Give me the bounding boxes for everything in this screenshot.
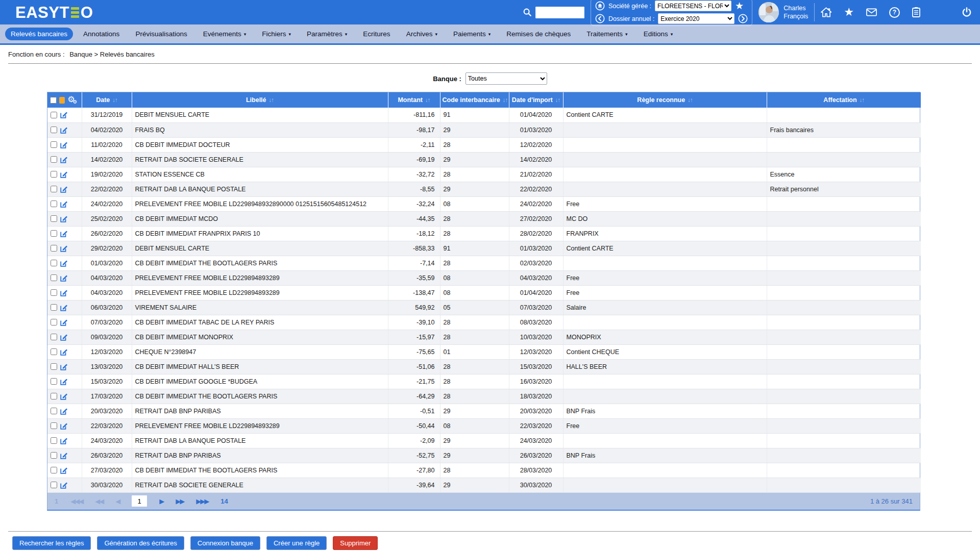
societe-geree-select[interactable]: FLOREETSENS - FLOR (655, 1, 731, 11)
search-rules-button[interactable]: Rechercher les règles (12, 536, 91, 550)
sort-icon[interactable]: ↓↑ (269, 97, 274, 103)
sort-icon[interactable]: ↓↑ (503, 97, 508, 103)
row-checkbox[interactable] (51, 171, 57, 178)
edit-icon[interactable] (60, 244, 68, 253)
row-checkbox[interactable] (51, 319, 57, 325)
edit-icon[interactable] (60, 230, 68, 238)
search-icon[interactable] (523, 8, 532, 17)
generate-entries-button[interactable]: Génération des écritures (97, 536, 184, 550)
nav-item-ecritures[interactable]: Ecritures (357, 28, 396, 40)
edit-icon[interactable] (60, 481, 68, 489)
row-checkbox[interactable] (51, 378, 57, 385)
delete-button[interactable]: Supprimer (333, 536, 378, 550)
edit-icon[interactable] (60, 111, 68, 119)
column-header-date[interactable]: Date↓↑ (82, 92, 132, 108)
home-icon[interactable] (821, 7, 831, 17)
sort-icon[interactable]: ↓↑ (555, 97, 560, 103)
row-checkbox[interactable] (51, 274, 57, 281)
nav-item-releves-bancaires[interactable]: Relevés bancaires (5, 28, 73, 40)
row-checkbox[interactable] (51, 289, 57, 296)
edit-icon[interactable] (60, 378, 68, 386)
column-header-regle[interactable]: Règle reconnue↓↑ (563, 92, 767, 108)
row-checkbox[interactable] (51, 408, 57, 414)
sort-icon[interactable]: ↓↑ (112, 97, 117, 103)
row-checkbox[interactable] (51, 467, 57, 473)
row-checkbox[interactable] (51, 304, 57, 311)
create-rule-button[interactable]: Créer une règle (266, 536, 327, 550)
orange-marker-icon[interactable] (59, 97, 65, 104)
row-checkbox[interactable] (51, 141, 57, 148)
column-header-affectation[interactable]: Affectation↓↑ (767, 92, 921, 108)
dossier-next-icon[interactable] (738, 14, 748, 23)
edit-icon[interactable] (60, 215, 68, 223)
dossier-annuel-select[interactable]: Exercice 2020 (658, 13, 734, 24)
nav-item-archives[interactable]: Archives▾ (401, 28, 443, 40)
row-checkbox[interactable] (51, 260, 57, 266)
pagination-prev-icon[interactable]: ◀ (115, 497, 119, 505)
row-checkbox[interactable] (51, 127, 57, 133)
help-icon[interactable]: ? (889, 7, 900, 18)
edit-icon[interactable] (60, 363, 68, 371)
edit-icon[interactable] (60, 452, 68, 460)
select-all-checkbox[interactable] (50, 97, 57, 104)
favorites-icon[interactable]: ★ (844, 7, 854, 18)
edit-icon[interactable] (60, 156, 68, 164)
sort-icon[interactable]: ↓↑ (860, 97, 865, 103)
user-menu[interactable]: Charles François (758, 2, 808, 22)
row-checkbox[interactable] (51, 186, 57, 192)
sort-icon[interactable]: ↓↑ (688, 97, 693, 103)
avatar[interactable] (758, 2, 779, 22)
dossier-prev-icon[interactable] (595, 14, 605, 23)
mail-icon[interactable] (866, 8, 877, 16)
row-checkbox[interactable] (51, 334, 57, 340)
nav-item-evenements[interactable]: Evénements▾ (198, 28, 252, 40)
pagination-last-icon[interactable]: ▶▶▶ (196, 497, 208, 505)
row-checkbox[interactable] (51, 230, 57, 237)
edit-icon[interactable] (60, 437, 68, 445)
row-checkbox[interactable] (51, 422, 57, 429)
power-icon[interactable] (962, 7, 972, 17)
nav-item-traitements[interactable]: Traitements▾ (581, 28, 633, 40)
edit-icon[interactable] (60, 304, 68, 312)
row-checkbox[interactable] (51, 393, 57, 399)
edit-icon[interactable] (60, 289, 68, 297)
pagination-last-page-number[interactable]: 14 (220, 497, 228, 505)
edit-icon[interactable] (60, 466, 68, 474)
bank-filter-select[interactable]: Toutes (465, 72, 547, 85)
pagination-fast-prev-icon[interactable]: ◀◀ (95, 497, 103, 505)
edit-icon[interactable] (60, 407, 68, 415)
edit-icon[interactable] (60, 348, 68, 356)
row-checkbox[interactable] (51, 201, 57, 207)
bank-connection-button[interactable]: Connexion banque (190, 536, 260, 550)
settings-gears-icon[interactable]: ⚙⚙ (67, 95, 79, 104)
search-input[interactable] (535, 7, 584, 18)
nav-item-parametres[interactable]: Paramètres▾ (301, 28, 353, 40)
favorite-star-icon[interactable]: ★ (735, 1, 744, 11)
row-checkbox[interactable] (51, 245, 57, 252)
app-logo[interactable]: EASYT O (15, 5, 93, 20)
pagination-current-page[interactable]: 1 (132, 495, 147, 507)
edit-icon[interactable] (60, 185, 68, 193)
notes-icon[interactable] (912, 7, 920, 17)
pagination-next-icon[interactable]: ▶ (159, 497, 163, 505)
row-checkbox[interactable] (51, 363, 57, 370)
nav-item-fichiers[interactable]: Fichiers▾ (256, 28, 297, 40)
edit-icon[interactable] (60, 274, 68, 282)
row-checkbox[interactable] (51, 215, 57, 222)
column-header-montant[interactable]: Montant↓↑ (388, 92, 440, 108)
edit-icon[interactable] (60, 318, 68, 327)
edit-icon[interactable] (60, 422, 68, 430)
row-checkbox[interactable] (51, 348, 57, 355)
row-checkbox[interactable] (51, 437, 57, 444)
row-checkbox[interactable] (51, 156, 57, 163)
company-home-icon[interactable] (595, 1, 605, 11)
sort-icon[interactable]: ↓↑ (425, 97, 430, 103)
row-checkbox[interactable] (51, 452, 57, 459)
apps-grid-icon[interactable] (933, 8, 942, 17)
edit-icon[interactable] (60, 170, 68, 179)
column-header-code[interactable]: Code interbancaire↓↑ (440, 92, 509, 108)
edit-icon[interactable] (60, 126, 68, 134)
edit-icon[interactable] (60, 200, 68, 208)
pagination-fast-next-icon[interactable]: ▶▶ (176, 497, 184, 505)
row-checkbox[interactable] (51, 482, 57, 488)
